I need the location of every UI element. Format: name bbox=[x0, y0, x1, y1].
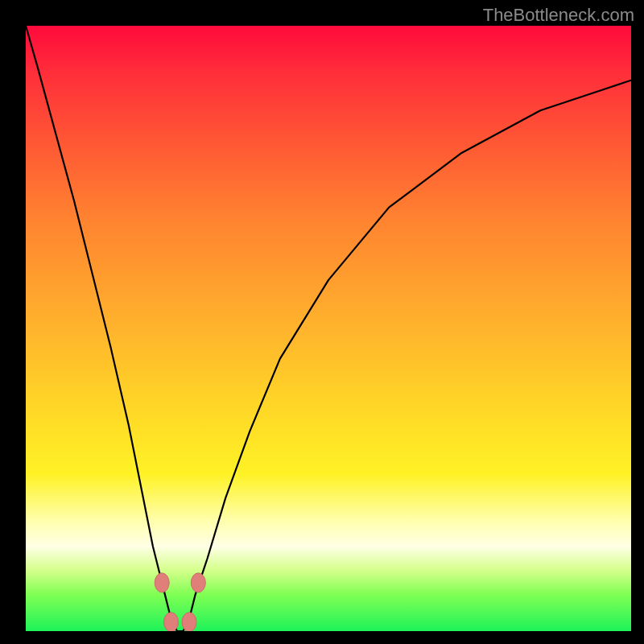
curve-marker bbox=[163, 613, 178, 631]
chart-svg bbox=[26, 26, 631, 631]
chart-plot-area bbox=[26, 26, 631, 631]
curve-markers bbox=[155, 573, 205, 631]
curve-marker bbox=[191, 573, 205, 592]
chart-frame: TheBottleneck.com bbox=[0, 0, 644, 644]
watermark-text: TheBottleneck.com bbox=[483, 5, 634, 26]
curve-marker bbox=[182, 613, 196, 631]
curve-marker bbox=[155, 573, 169, 592]
bottleneck-curve bbox=[26, 26, 631, 631]
